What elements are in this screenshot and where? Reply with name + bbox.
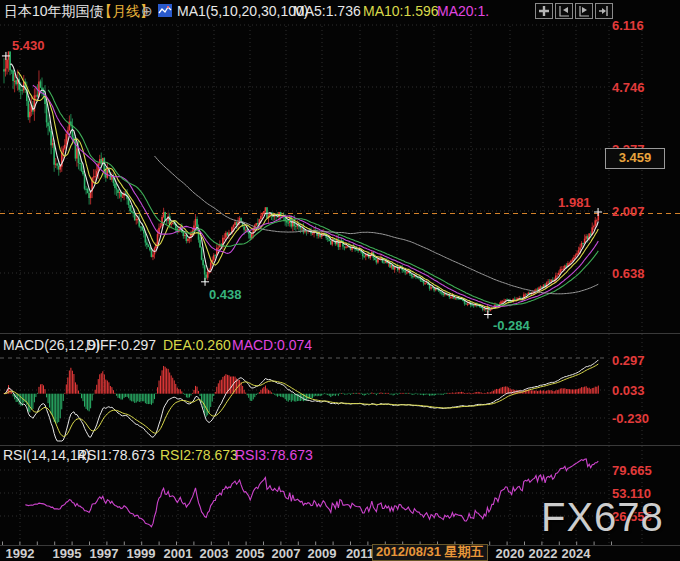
expand-circle-icon[interactable]: ⊕ [141,4,153,19]
crosshair-price-box: 3.459 [605,148,665,169]
price-axis-label: 4.746 [612,81,645,94]
time-axis-label: 1995 [47,547,87,560]
time-axis-label: 2024 [556,547,596,560]
macd-value: MACD:0.074 [232,338,312,353]
time-axis-label: 1999 [121,547,161,560]
macd-axis-label: 0.033 [612,384,645,397]
price-axis-label: 6.116 [612,19,644,32]
macd-axis-label: -0.230 [612,412,649,425]
mini-chart-icon[interactable] [158,4,172,17]
price-annotation-1.981: 1.981 [558,196,591,209]
price-axis-label: 2.007 [612,205,645,218]
rsi2-value: RSI2:78.673 [160,448,238,463]
macd-diff-value: DIFF:0.297 [86,338,156,353]
price-axis-label: 0.638 [612,267,645,280]
rsi1-value: RSI1:78.673 [77,448,155,463]
macd-dea-value: DEA:0.260 [163,338,231,353]
instrument-title: 日本10年期国债 [4,4,104,19]
time-axis-label: 1997 [84,547,124,560]
time-axis-label: 1992 [0,547,40,560]
ma10-value: MA10:1.596 [363,4,439,19]
price-annotation--0.284: -0.284 [493,319,530,332]
time-axis-label: 2005 [230,547,270,560]
rsi-axis-label: 79.665 [612,464,652,477]
shift-right-button[interactable] [595,3,613,19]
chart-app-window: 日本10年期国债 【月线】 ⊕ MA1(5,10,20,30,100) MA5:… [0,0,680,561]
ma-settings-label: MA1(5,10,20,30,100) [177,4,309,19]
price-annotation-5.430: 5.430 [12,39,45,52]
ma5-value: MA5:1.736 [293,4,361,19]
time-axis-label: 2009 [302,547,342,560]
compress-left-button[interactable] [555,3,573,19]
crosshair-date-box: 2012/08/31 星期五 [372,544,488,561]
expand-right-button[interactable] [575,3,593,19]
time-axis-label: 2007 [266,547,306,560]
chart-canvas [0,0,680,561]
time-axis-label: 2003 [194,547,234,560]
price-annotation-0.438: 0.438 [209,288,242,301]
watermark-logo: FX678 [541,495,664,540]
chart-plot-area[interactable] [0,26,608,545]
ma20-value: MA20:1. [437,4,489,19]
rsi3-value: RSI3:78.673 [235,448,313,463]
time-axis-label: 2001 [158,547,198,560]
pan-cross-button[interactable] [535,3,553,19]
macd-axis-label: 0.297 [612,354,645,367]
